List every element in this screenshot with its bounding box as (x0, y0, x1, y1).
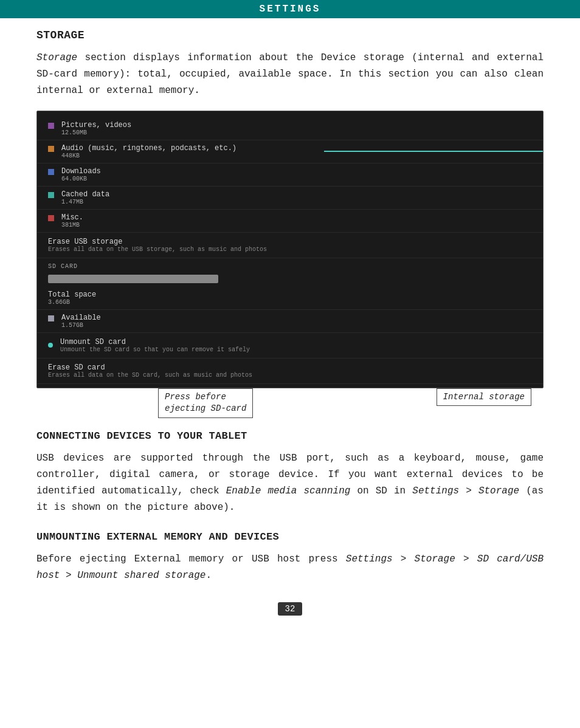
unmount-text: Unmount SD card Unmount the SD card so t… (60, 338, 250, 353)
item-text: Cached data 1.47MB (61, 190, 109, 205)
sd-available-name: Available (61, 314, 101, 322)
connecting-section-title: CONNECTING DEVICES TO YOUR TABLET (36, 430, 544, 442)
teal-progress-line (324, 151, 543, 152)
connecting-body: USB devices are supported through the US… (36, 450, 544, 517)
storage-italic-word: Storage (36, 52, 77, 63)
screenshot-inner: Pictures, videos 12.50MB Audio (music, r… (37, 111, 543, 384)
list-item: Misc. 381MB (37, 210, 543, 233)
item-color-dot (48, 146, 54, 152)
erase-usb-desc: Erases all data on the USB storage, such… (48, 246, 532, 253)
list-item: Downloads 64.00KB (37, 163, 543, 187)
item-size: 381MB (61, 222, 83, 228)
sd-available-color (48, 315, 54, 321)
item-name: Downloads (61, 167, 101, 176)
sd-available-text: Available 1.57GB (61, 314, 101, 329)
sd-card-label: SD CARD (37, 258, 543, 272)
item-text: Misc. 381MB (61, 213, 83, 228)
item-text: Pictures, videos 12.50MB (61, 121, 131, 136)
item-color-dot (48, 123, 54, 129)
erase-usb-item[interactable]: Erase USB storage Erases all data on the… (37, 233, 543, 258)
header-title: SETTINGS (260, 4, 321, 15)
screenshot-container: Pictures, videos 12.50MB Audio (music, r… (36, 111, 544, 418)
unmounting-text-3: . (205, 570, 212, 581)
connecting-text-2: on SD in (350, 486, 412, 496)
item-size: 64.00KB (61, 176, 101, 182)
list-item: Cached data 1.47MB (37, 187, 543, 210)
sd-total-text: Total space 3.66GB (48, 290, 96, 306)
unmounting-body: Before ejecting External memory or USB h… (36, 551, 544, 584)
sd-total-name: Total space (48, 290, 96, 299)
sd-total-size: 3.66GB (48, 299, 96, 306)
sd-progress-row (37, 272, 543, 287)
item-name: Misc. (61, 213, 83, 222)
erase-sd-item[interactable]: Erase SD card Erases all data on the SD … (37, 359, 543, 384)
unmount-sd-desc: Unmount the SD card so that you can remo… (60, 346, 250, 353)
unmounting-italic-1: Settings > Storage > (346, 554, 469, 565)
unmount-sd-item[interactable]: Unmount SD card Unmount the SD card so t… (37, 333, 543, 359)
storage-intro-rest: section displays information about the D… (36, 52, 544, 96)
item-color-dot (48, 169, 54, 175)
storage-intro: Storage section displays information abo… (36, 50, 544, 100)
screenshot: Pictures, videos 12.50MB Audio (music, r… (36, 111, 544, 388)
page-number-container: 32 (36, 602, 544, 616)
item-name: Cached data (61, 190, 109, 199)
header-bar: SETTINGS (0, 0, 580, 18)
connecting-italic-2: Settings > Storage (412, 486, 519, 496)
item-size: 12.50MB (61, 129, 131, 136)
sd-available-size: 1.57GB (61, 322, 101, 329)
erase-sd-desc: Erases all data on the SD card, such as … (48, 372, 532, 379)
sd-total-item: Total space 3.66GB (37, 287, 543, 310)
item-text: Downloads 64.00KB (61, 167, 101, 182)
erase-sd-label: Erase SD card (48, 363, 532, 372)
storage-section-title: STORAGE (36, 29, 544, 41)
page-number: 32 (278, 602, 303, 616)
unmount-dot (48, 343, 53, 348)
annotation-internal-storage: Internal storage (437, 388, 531, 407)
main-content: STORAGE Storage section displays informa… (0, 18, 580, 646)
unmounting-section-title: UNMOUNTING EXTERNAL MEMORY AND DEVICES (36, 531, 544, 543)
sd-available-item: Available 1.57GB (37, 310, 543, 333)
unmounting-text-1: Before ejecting External memory or USB h… (36, 554, 346, 565)
list-item: Audio (music, ringtones, podcasts, etc.)… (37, 140, 543, 163)
sd-progress-bar (48, 275, 218, 283)
annotation-press-before: Press beforeejecting SD-card (158, 388, 253, 418)
item-color-dot (48, 215, 54, 221)
item-size: 1.47MB (61, 199, 109, 205)
item-name: Pictures, videos (61, 121, 131, 129)
list-item: Pictures, videos 12.50MB (37, 117, 543, 140)
connecting-italic-1: Enable media scanning (226, 486, 351, 496)
item-color-dot (48, 192, 54, 198)
erase-usb-label: Erase USB storage (48, 238, 532, 246)
annotation-row: Press beforeejecting SD-card Internal st… (36, 388, 544, 418)
unmount-sd-label: Unmount SD card (60, 338, 250, 346)
item-size: 448KB (61, 153, 532, 159)
